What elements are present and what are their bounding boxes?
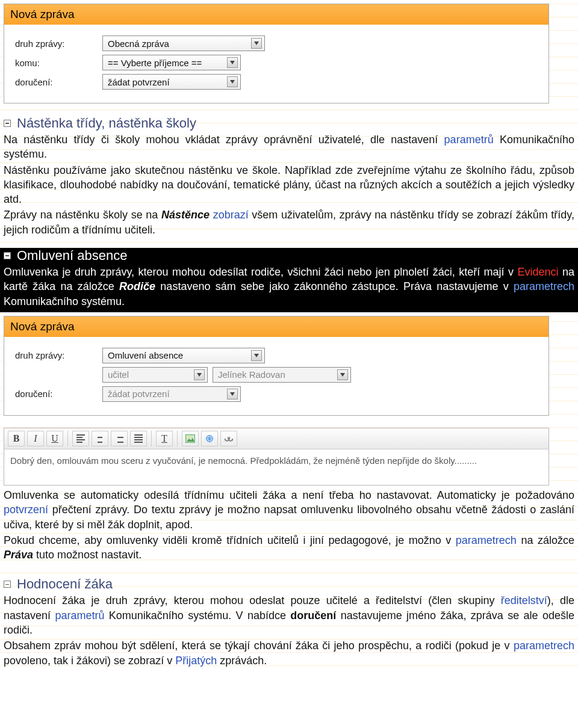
druh-select[interactable]: Obecná zpráva	[102, 35, 265, 51]
separator	[67, 431, 68, 446]
para: Na nástěnku třídy či školy mohou vkládat…	[4, 132, 574, 162]
doruceni-label: doručení:	[15, 389, 102, 399]
section-after-editor: Omluvenka se automaticky odesílá třídním…	[0, 488, 578, 562]
chevron-down-icon	[337, 369, 348, 380]
align-center-button[interactable]	[92, 431, 108, 446]
panel-title: Nová zpráva	[4, 316, 548, 337]
section-title: Hodnocení žáka	[17, 576, 113, 592]
new-message-panel-1: Nová zpráva druh zprávy: Obecná zpráva k…	[4, 4, 549, 103]
druh-label: druh zprávy:	[15, 350, 102, 360]
section-hodnoceni: Hodnocení žáka Hodnocení žáka je druh zp…	[0, 576, 578, 667]
align-left-button[interactable]	[72, 431, 89, 446]
link-parametru[interactable]: parametrů	[444, 134, 494, 146]
minus-icon	[4, 581, 11, 588]
doruceni-select: žádat potvrzení	[102, 386, 241, 402]
teacher-name-select: Jelínek Radovan	[213, 367, 351, 383]
doruceni-value: žádat potvrzení	[108, 389, 170, 399]
link-parametru[interactable]: parametrů	[55, 609, 104, 622]
section-omluveni: Omluvení absence Omluvenka je druh zpráv…	[0, 248, 578, 312]
para: Pokud chceme, aby omluvenky viděli kromě…	[4, 533, 574, 563]
ucitel-select: učitel	[102, 367, 208, 383]
minus-icon	[4, 120, 11, 127]
druh-value: Omluvení absence	[108, 350, 183, 360]
separator	[177, 431, 178, 446]
minus-icon	[4, 252, 11, 259]
bold-button[interactable]: B	[8, 431, 25, 446]
doruceni-label: doručení:	[15, 77, 102, 87]
align-right-button[interactable]	[111, 431, 128, 446]
chevron-down-icon	[227, 76, 238, 87]
italic-button[interactable]: I	[27, 431, 44, 446]
ucitel-value: učitel	[108, 369, 129, 380]
align-justify-button[interactable]	[130, 431, 147, 446]
section-title: Omluvení absence	[17, 248, 127, 264]
chevron-down-icon	[251, 350, 262, 361]
link-potvrzeni[interactable]: potvrzení	[4, 504, 48, 516]
section-nastenka: Nástěnka třídy, nástěnka školy Na nástěn…	[0, 116, 578, 237]
text-color-button[interactable]: T	[156, 431, 173, 446]
editor-textarea[interactable]: Dobrý den, omlouvám mou sceru z vyučován…	[4, 449, 549, 486]
chevron-down-icon	[227, 389, 238, 399]
section-title: Nástěnka třídy, nástěnka školy	[17, 116, 196, 131]
komu-value: == Vyberte příjemce ==	[108, 58, 202, 68]
link-parametrech[interactable]: parametrech	[456, 534, 517, 546]
link-zobrazi[interactable]: zobrazí	[213, 209, 249, 221]
druh-label: druh zprávy:	[15, 39, 102, 49]
druh-select[interactable]: Omluvení absence	[102, 348, 265, 363]
para: Omluvenka je druh zprávy, kterou mohou o…	[4, 265, 574, 309]
chevron-down-icon	[194, 369, 205, 380]
rich-text-editor: B I U T Dobrý den, omlouvám mou sceru z …	[4, 428, 549, 486]
teacher-name-value: Jelínek Radovan	[218, 369, 285, 380]
link-prijatych[interactable]: Přijatých	[175, 655, 217, 667]
doruceni-select[interactable]: žádat potvrzení	[102, 74, 241, 90]
komu-select[interactable]: == Vyberte příjemce ==	[102, 55, 241, 70]
komu-label: komu:	[15, 58, 102, 68]
doruceni-value: žádat potvrzení	[108, 77, 170, 87]
link-parametrech[interactable]: parametrech	[514, 280, 574, 292]
druh-value: Obecná zpráva	[108, 39, 169, 49]
underline-button[interactable]: U	[46, 431, 63, 446]
para: Omluvenka se automaticky odesílá třídním…	[4, 488, 574, 532]
chevron-down-icon	[251, 38, 262, 49]
link-button[interactable]	[201, 431, 218, 446]
editor-toolbar: B I U T	[4, 428, 549, 449]
unlink-button[interactable]	[220, 431, 237, 446]
svg-point-1	[187, 436, 189, 437]
para: Hodnocení žáka je druh zprávy, kterou mo…	[4, 593, 574, 637]
chevron-down-icon	[227, 57, 238, 68]
link-reditelstvi[interactable]: ředitelství	[501, 594, 547, 606]
separator	[151, 431, 152, 446]
new-message-panel-2: Nová zpráva druh zprávy: Omluvení absenc…	[4, 316, 549, 416]
para: Obsahem zpráv mohou být sdělení, která s…	[4, 638, 574, 668]
panel-title: Nová zpráva	[4, 4, 548, 25]
link-parametrech[interactable]: parametrech	[514, 640, 574, 652]
image-button[interactable]	[182, 431, 199, 446]
para: Zprávy na nástěnku školy se na Nástěnce …	[4, 208, 574, 237]
para: Nástěnku používáme jako skutečnou nástěn…	[4, 163, 574, 207]
